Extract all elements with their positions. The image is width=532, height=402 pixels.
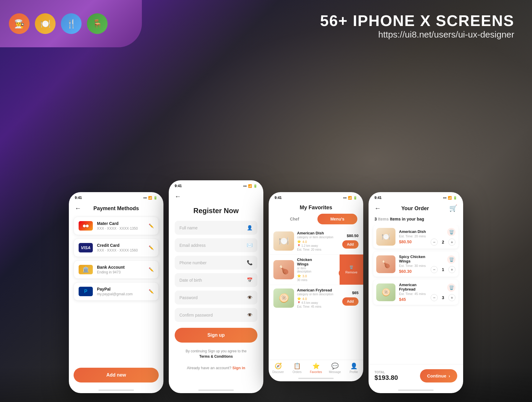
mastercard-name: Mater Card (97, 221, 145, 226)
paypal-logo: P (79, 287, 93, 296)
back-button-2[interactable]: ← (175, 193, 181, 200)
cart-icon[interactable]: 🛒 (449, 205, 457, 212)
restaurant-app-icon[interactable]: 🪑 (87, 13, 108, 34)
bank-edit[interactable]: ✏️ (149, 267, 154, 272)
dob-placeholder: Date of birth (179, 278, 247, 283)
phone-field[interactable]: Phone number 📞 (175, 256, 257, 270)
visa-edit[interactable]: ✏️ (149, 245, 154, 250)
discover-label: Discover (273, 370, 284, 374)
order-price-2: $60.30 (399, 269, 427, 274)
status-icons-2: ▪▪▪📶🔋 (243, 184, 257, 188)
food-name-3: American Frybread (297, 288, 339, 292)
payment-list: ⬤⬤ Mater Card XXX · XXXX · XXXX·1350 ✏️ … (69, 217, 163, 363)
back-button-4[interactable]: ← (374, 205, 381, 212)
phone-payment-methods: 9:41 ▪▪▪ 📶 🔋 ← Payment Methods (69, 192, 163, 393)
qty-val-1: 2 (440, 240, 446, 244)
total-amount: $193.80 (374, 374, 398, 382)
food-app-icon[interactable]: 🍽️ (35, 13, 56, 34)
order-item-2: 🍗 Spicy Chicken Wings Est. Time: 30 mins… (373, 252, 458, 277)
tab-chef[interactable]: Chef (275, 214, 314, 224)
order-name-3: American Frybread (399, 283, 427, 291)
food-item-frybread: 🫓 American Frybread category or item des… (269, 285, 363, 311)
phone-favorites: 9:41 ▪▪▪📶🔋 My Favorites Chef Menu's 🍽️ (269, 192, 363, 381)
nav-discover[interactable]: 🧭 Discover (269, 362, 288, 374)
order-img-3: 🫓 (376, 283, 395, 301)
continue-button[interactable]: Continue › (420, 369, 457, 382)
favorites-nav-label: Favorites (310, 370, 322, 374)
terms-text: By continuing Sign up you agree to the T… (175, 346, 257, 359)
food-info-3: American Frybread category or item descr… (297, 288, 339, 308)
food-item-american-dish: 🍽️ American Dish category or item descri… (269, 228, 363, 255)
promo-text-area: 56+ IPHONE X SCREENS https://ui8.net/use… (320, 12, 514, 40)
password-toggle-icon[interactable]: 👁️ (247, 295, 253, 300)
signin-link[interactable]: Sign in (232, 366, 245, 370)
fullname-field[interactable]: Full name 👤 (175, 221, 257, 235)
paypal-name: PayPal (97, 287, 145, 291)
paypal-edit[interactable]: ✏️ (149, 289, 154, 294)
delete-order-2[interactable]: 🗑️ (447, 255, 455, 264)
order-img-1: 🍽️ (376, 228, 395, 246)
dining-app-icon[interactable]: 🍴 (61, 13, 82, 34)
qty-decrease-3[interactable]: − (431, 294, 438, 301)
nav-message[interactable]: 💬 Message (325, 362, 344, 374)
nav-orders[interactable]: 📋 Orders (288, 362, 306, 374)
terms-link[interactable]: Terms & Conditions (199, 354, 233, 359)
status-time-3: 9:41 (275, 196, 282, 200)
status-time-2: 9:41 (175, 184, 182, 188)
bank-info: Bank Account Ending in 9473 (97, 265, 145, 274)
favorites-icon: ⭐ (312, 362, 320, 369)
order-time-1: Est. Time: 20 mins (399, 234, 427, 238)
orders-label: Orders (293, 370, 302, 374)
tab-menus[interactable]: Menu's (317, 214, 357, 224)
delete-order-3[interactable]: 🗑️ (447, 283, 455, 292)
add-food-button-3[interactable]: Add (342, 297, 359, 306)
delete-order-1[interactable]: 🗑️ (447, 228, 455, 236)
items-label: Items (378, 217, 389, 221)
payment-item-mastercard[interactable]: ⬤⬤ Mater Card XXX · XXXX · XXXX·1350 ✏️ (74, 217, 159, 235)
signup-button[interactable]: Sign up (175, 328, 257, 343)
order-time-3: Est. Time: 45 mins (399, 292, 427, 296)
chef-app-icon[interactable]: 👨‍🍳 (9, 13, 30, 34)
food-img-1: 🍽️ (273, 231, 294, 251)
confirm-password-toggle-icon[interactable]: 👁️ (247, 312, 253, 318)
nav-favorites[interactable]: ⭐ Favorites (306, 362, 325, 374)
payment-item-paypal[interactable]: P PayPal my.paypal@gmail.com ✏️ (74, 282, 159, 301)
food-img-2: 🍗 (273, 260, 294, 279)
phone-your-order: 9:41 ▪▪▪📶🔋 ← Your Order 🛒 3 Items Items … (369, 192, 463, 393)
register-title: Register Now (169, 202, 263, 221)
payment-item-visa[interactable]: VISA Credit Card XXX · XXXX · XXXX·1560 … (74, 239, 159, 257)
qty-increase-3[interactable]: + (448, 294, 455, 301)
food-right-1: $80.50 Add (342, 234, 359, 249)
phones-container: 9:41 ▪▪▪ 📶 🔋 ← Payment Methods (6, 180, 526, 393)
order-controls-1: 🗑️ − 2 + (431, 228, 455, 246)
food-list: 🍽️ American Dish category or item descri… (269, 228, 363, 360)
mastercard-info: Mater Card XXX · XXXX · XXXX·1350 (97, 221, 145, 231)
food-rating-3: ⭐ 4.0 (297, 297, 339, 301)
email-field[interactable]: Email address ✉️ (175, 238, 257, 252)
confirm-password-field[interactable]: Confirm password 👁️ (175, 308, 257, 322)
qty-increase-2[interactable]: + (448, 266, 455, 273)
food-desc-1: category or item description (297, 236, 339, 239)
back-button-1[interactable]: ← (75, 205, 81, 212)
order-controls-2: 🗑️ − 1 + (431, 255, 455, 273)
food-desc-3: category or item description (297, 293, 339, 296)
mastercard-edit[interactable]: ✏️ (149, 223, 154, 228)
remove-action[interactable]: 🗑️ Remove (340, 255, 363, 285)
header-area: 👨‍🍳 🍽️ 🍴 🪑 (0, 0, 142, 47)
add-food-button-1[interactable]: Add (342, 240, 359, 249)
status-bar-3: 9:41 ▪▪▪📶🔋 (269, 192, 363, 202)
qty-decrease-2[interactable]: − (431, 266, 438, 273)
password-field[interactable]: Password 👁️ (175, 291, 257, 304)
phone-icon: 📞 (247, 260, 253, 265)
order-list: 🍽️ American Dish Est. Time: 20 mins $80.… (369, 225, 463, 364)
payment-item-bank[interactable]: 🏛️ Bank Account Ending in 9473 ✏️ (74, 260, 159, 279)
add-new-button[interactable]: Add new (74, 368, 159, 382)
status-bar-2: 9:41 ▪▪▪📶🔋 (169, 180, 263, 190)
nav-profile[interactable]: 👤 Profile (344, 362, 363, 374)
order-controls-3: 🗑️ − 3 + (431, 283, 455, 301)
dob-field[interactable]: Date of birth 📅 (175, 273, 257, 287)
food-info-2: Chicken Wings or item description ⭐ 3.0 … (297, 257, 312, 282)
qty-decrease-1[interactable]: − (431, 239, 438, 246)
order-subtitle: 3 Items Items in your bag (369, 217, 463, 225)
qty-increase-1[interactable]: + (448, 239, 455, 246)
